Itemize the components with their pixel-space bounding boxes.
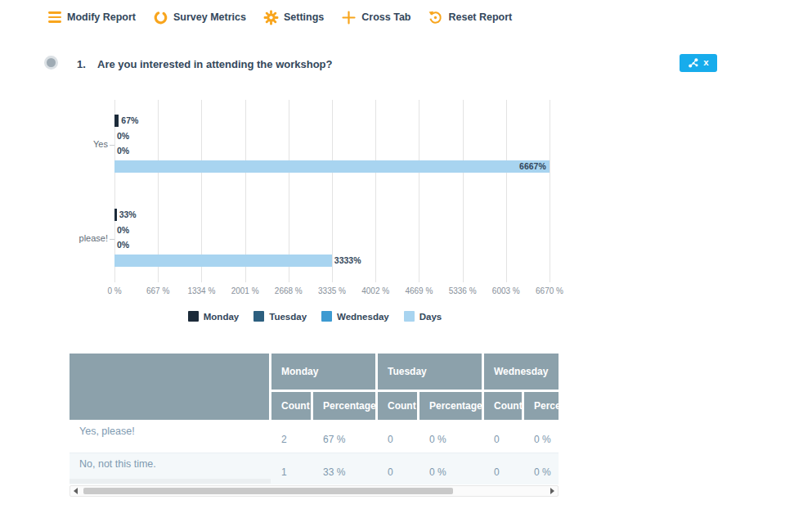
row-value: 0 bbox=[494, 434, 500, 445]
bar-value-label: 6667% bbox=[507, 160, 546, 173]
gridline bbox=[375, 100, 376, 282]
category-tick bbox=[110, 239, 114, 240]
toolbar-item-label: Settings bbox=[284, 11, 324, 23]
legend-item-wednesday[interactable]: Wednesday bbox=[321, 311, 389, 322]
x-axis-tick-label: 2668 % bbox=[266, 286, 312, 295]
scroll-right-icon[interactable] bbox=[550, 488, 554, 494]
bar-days-please bbox=[114, 254, 332, 267]
legend-item-monday[interactable]: Monday bbox=[188, 311, 239, 322]
gridline bbox=[332, 100, 333, 282]
column-group-header-tuesday: Tuesday bbox=[378, 354, 482, 390]
toolbar-item-label: Modify Report bbox=[67, 11, 136, 23]
bar-value-label: 0% bbox=[117, 239, 129, 251]
x-axis-tick-label: 5336 % bbox=[440, 286, 486, 295]
plus-icon bbox=[341, 10, 357, 25]
bar-value-label: 0% bbox=[117, 130, 129, 142]
row-value: 0 bbox=[388, 466, 393, 478]
sub-header-count: Count bbox=[378, 392, 417, 420]
row-value: 0 % bbox=[534, 466, 551, 478]
sub-header-percentage: Percentage bbox=[419, 392, 482, 420]
close-label: x bbox=[703, 58, 708, 68]
x-axis-tick-label: 3335 % bbox=[309, 286, 355, 295]
row-divider bbox=[70, 453, 559, 453]
row-value: 0 bbox=[388, 434, 393, 445]
survey-report-page: Modify Report Survey Metrics Settings Cr… bbox=[0, 0, 812, 509]
gridline bbox=[419, 100, 419, 282]
gridline bbox=[506, 100, 507, 282]
scroll-left-icon[interactable] bbox=[74, 488, 78, 494]
sub-header-percentage: Percentage bbox=[313, 392, 375, 420]
question-actions-button[interactable]: x bbox=[680, 54, 717, 72]
row-value: 0 % bbox=[534, 434, 551, 445]
legend-label: Wednesday bbox=[337, 312, 389, 322]
row-value: 2 bbox=[281, 434, 287, 445]
donut-chart-icon bbox=[153, 10, 168, 25]
row-value: 0 % bbox=[429, 466, 446, 478]
column-group-header-wednesday: Wednesday bbox=[484, 354, 559, 390]
toolbar-item-survey-metrics[interactable]: Survey Metrics bbox=[153, 10, 246, 25]
row-value: 33 % bbox=[323, 466, 345, 478]
gear-icon bbox=[263, 10, 279, 25]
gridline bbox=[463, 100, 464, 282]
legend-swatch bbox=[321, 311, 332, 322]
bar-monday-please bbox=[114, 209, 117, 221]
gridline bbox=[550, 100, 550, 282]
scrollbar-thumb[interactable] bbox=[83, 488, 453, 494]
x-axis-tick-label: 2001 % bbox=[222, 286, 268, 295]
row-value: 0 bbox=[494, 466, 500, 478]
category-label: please! bbox=[70, 233, 108, 244]
row-label: No, not this time. bbox=[79, 458, 156, 470]
bar-value-label: 33% bbox=[119, 209, 137, 221]
toolbar-item-reset-report[interactable]: Reset Report bbox=[428, 10, 512, 25]
toolbar-item-cross-tab[interactable]: Cross Tab bbox=[341, 10, 410, 25]
question-number: 1. bbox=[77, 58, 86, 70]
legend-label: Tuesday bbox=[269, 312, 307, 322]
column-group-header-monday: Monday bbox=[271, 354, 375, 390]
legend-swatch bbox=[253, 311, 264, 322]
x-axis-tick-label: 4002 % bbox=[352, 286, 398, 295]
x-axis-tick-label: 6003 % bbox=[483, 286, 529, 295]
toolbar-item-modify-report[interactable]: Modify Report bbox=[47, 10, 136, 25]
question-radio[interactable] bbox=[44, 56, 58, 70]
category-tick bbox=[110, 145, 114, 146]
bar-value-label: 0% bbox=[117, 145, 129, 157]
row-value: 67 % bbox=[323, 434, 345, 445]
sub-header-count: Count bbox=[484, 392, 522, 420]
reset-icon bbox=[428, 10, 443, 25]
bar-days-yes bbox=[114, 160, 550, 173]
horizontal-scrollbar[interactable] bbox=[70, 485, 559, 497]
x-axis-tick-label: 1334 % bbox=[178, 286, 224, 295]
row-value: 1 bbox=[281, 466, 287, 478]
legend-swatch bbox=[404, 311, 415, 322]
sub-header-count: Count bbox=[271, 392, 311, 420]
bar-chart: 0 %667 %1334 %2001 %2668 %3335 %4002 %46… bbox=[70, 94, 581, 303]
cluster-icon bbox=[688, 57, 699, 69]
legend-label: Days bbox=[419, 312, 442, 322]
question-title: Are you interested in attending the work… bbox=[97, 58, 332, 70]
chart-legend: MondayTuesdayWednesdayDays bbox=[70, 311, 560, 322]
toolbar-item-settings[interactable]: Settings bbox=[263, 10, 324, 25]
x-axis-tick-label: 6670 % bbox=[527, 286, 572, 295]
legend-item-tuesday[interactable]: Tuesday bbox=[253, 311, 307, 322]
results-table: MondayTuesdayWednesdayCountPercentageCou… bbox=[70, 354, 559, 484]
table-row: Yes, please!267 %00 %00 % bbox=[70, 420, 559, 453]
toolbar-item-label: Reset Report bbox=[448, 11, 512, 23]
bar-value-label: 0% bbox=[117, 224, 129, 236]
bar-monday-yes bbox=[114, 115, 119, 127]
x-axis-tick-label: 4669 % bbox=[396, 286, 442, 295]
table-corner-header bbox=[70, 354, 269, 420]
fixed-column-edge bbox=[70, 479, 271, 484]
menu-lines-icon bbox=[47, 10, 62, 25]
row-value: 0 % bbox=[429, 434, 446, 445]
category-label: Yes bbox=[70, 139, 108, 150]
legend-swatch bbox=[188, 311, 199, 322]
report-toolbar: Modify Report Survey Metrics Settings Cr… bbox=[47, 7, 512, 27]
legend-item-days[interactable]: Days bbox=[404, 311, 442, 322]
toolbar-item-label: Cross Tab bbox=[361, 11, 410, 23]
legend-label: Monday bbox=[204, 312, 239, 322]
sub-header-percentage: Percentage bbox=[524, 392, 559, 420]
bar-value-label: 67% bbox=[121, 115, 138, 127]
x-axis-tick-label: 0 % bbox=[92, 286, 137, 295]
toolbar-item-label: Survey Metrics bbox=[173, 11, 246, 23]
bar-value-label: 3333% bbox=[334, 254, 361, 267]
